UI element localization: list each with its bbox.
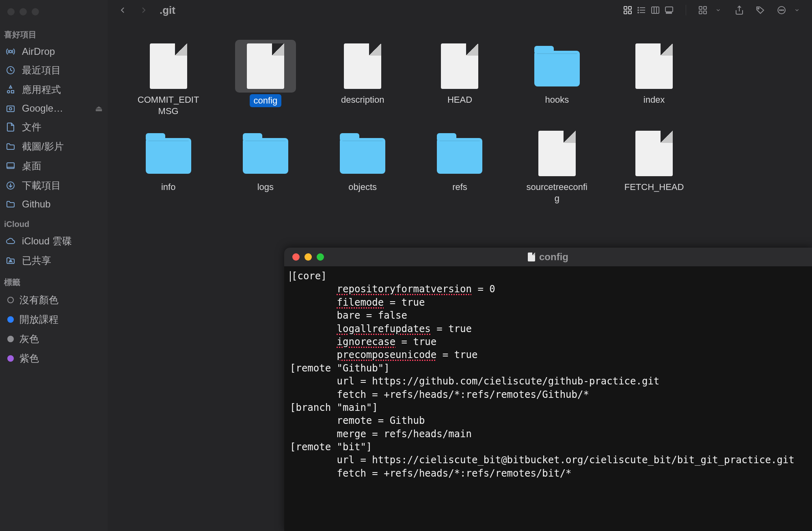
tag-item[interactable]: 開放課程 xyxy=(0,310,108,329)
file-item[interactable]: HEAD xyxy=(425,37,494,120)
sidebar-item-label: AirDrop xyxy=(22,46,55,57)
favorites-item[interactable]: 桌面 xyxy=(0,156,108,176)
icloud-item[interactable]: 已共享 xyxy=(0,251,108,270)
svg-rect-27 xyxy=(670,13,672,13)
folder-item[interactable]: hooks xyxy=(523,37,592,120)
editor-titlebar[interactable]: config xyxy=(284,248,812,266)
action-button[interactable] xyxy=(775,4,788,16)
icon-grid: COMMIT_EDITMSGconfigdescriptionHEADhooks… xyxy=(108,20,812,219)
file-icon xyxy=(635,131,673,176)
file-icon xyxy=(538,131,576,176)
favorites-item[interactable]: 截圖/影片 xyxy=(0,137,108,156)
item-label: hooks xyxy=(545,94,569,106)
favorites-item[interactable]: AirDrop xyxy=(0,43,108,60)
file-item[interactable]: sourcetreeconfig xyxy=(523,124,592,207)
svg-point-5 xyxy=(9,108,12,110)
sidebar-item-label: Google… xyxy=(22,103,63,114)
svg-rect-3 xyxy=(11,91,14,93)
sidebar-item-label: 已共享 xyxy=(22,254,51,267)
folder-icon xyxy=(5,141,16,152)
favorites-item[interactable]: Github xyxy=(0,195,108,213)
folder-item[interactable]: info xyxy=(134,124,203,207)
path-title: .git xyxy=(160,4,175,17)
file-icon xyxy=(635,43,673,89)
view-columns-button[interactable] xyxy=(648,4,662,16)
sidebar-section-icloud-title: iCloud xyxy=(0,213,108,231)
sidebar-item-label: 截圖/影片 xyxy=(22,140,64,153)
favorites-item[interactable]: 下載項目 xyxy=(0,176,108,195)
item-label: COMMIT_EDITMSG xyxy=(137,94,200,117)
tag-item[interactable]: 沒有顏色 xyxy=(0,290,108,310)
window-close-icon[interactable] xyxy=(7,8,15,15)
doc-icon xyxy=(5,121,16,133)
svg-point-19 xyxy=(638,10,639,11)
folder-item[interactable]: refs xyxy=(425,124,494,207)
group-chevron-icon[interactable] xyxy=(711,4,725,16)
folder-icon xyxy=(534,51,580,86)
view-icons-button[interactable] xyxy=(621,4,635,16)
editor-minimize-icon[interactable] xyxy=(304,253,312,261)
sidebar: 喜好項目 AirDrop最近項目應用程式Google…⏏文件截圖/影片桌面下載項… xyxy=(0,0,108,531)
favorites-item[interactable]: 應用程式 xyxy=(0,80,108,99)
gdrive-icon xyxy=(5,103,16,114)
tag-item[interactable]: 紫色 xyxy=(0,349,108,368)
group-button[interactable] xyxy=(696,4,710,16)
file-item[interactable]: COMMIT_EDITMSG xyxy=(134,37,203,120)
item-label: HEAD xyxy=(447,94,472,106)
tag-label: 開放課程 xyxy=(19,313,58,326)
file-item[interactable]: description xyxy=(328,37,397,120)
main-area: .git xyxy=(108,0,812,531)
sidebar-item-label: 應用程式 xyxy=(22,83,61,96)
file-item[interactable]: index xyxy=(620,37,689,120)
editor-zoom-icon[interactable] xyxy=(317,253,324,261)
svg-rect-30 xyxy=(699,11,702,14)
folder-item[interactable]: objects xyxy=(328,124,397,207)
tags-button[interactable] xyxy=(754,4,767,16)
editor-close-icon[interactable] xyxy=(292,253,300,261)
svg-rect-28 xyxy=(699,6,702,9)
file-icon xyxy=(528,253,535,261)
back-button[interactable] xyxy=(116,4,130,16)
tag-item[interactable]: 灰色 xyxy=(0,329,108,349)
item-label: refs xyxy=(452,181,467,193)
forward-button[interactable] xyxy=(137,4,151,16)
file-icon xyxy=(247,43,284,89)
editor-title: config xyxy=(539,251,568,263)
item-label: description xyxy=(341,94,384,106)
tag-dot-icon xyxy=(7,355,14,362)
svg-point-0 xyxy=(9,50,12,53)
item-label: config xyxy=(250,94,282,107)
icloud-item[interactable]: iCloud 雲碟 xyxy=(0,231,108,251)
window-minimize-icon[interactable] xyxy=(19,8,27,15)
svg-rect-12 xyxy=(628,6,631,9)
folder-item[interactable]: logs xyxy=(231,124,300,207)
file-item[interactable]: config xyxy=(231,37,300,120)
item-label: FETCH_HEAD xyxy=(624,181,684,193)
view-gallery-button[interactable] xyxy=(662,4,676,16)
view-list-button[interactable] xyxy=(635,4,648,16)
eject-icon[interactable]: ⏏ xyxy=(95,104,103,113)
sidebar-section-tags-title: 標籤 xyxy=(0,270,108,290)
tag-label: 紫色 xyxy=(19,352,39,365)
svg-point-36 xyxy=(781,10,782,11)
svg-point-33 xyxy=(758,8,759,9)
tag-dot-icon xyxy=(7,316,14,323)
file-item[interactable]: FETCH_HEAD xyxy=(620,124,689,207)
window-zoom-icon[interactable] xyxy=(32,8,39,15)
favorites-item[interactable]: 文件 xyxy=(0,117,108,137)
favorites-item[interactable]: 最近項目 xyxy=(0,60,108,80)
svg-rect-14 xyxy=(628,11,631,14)
folder-icon xyxy=(340,138,385,174)
tag-dot-icon xyxy=(7,336,14,342)
svg-rect-13 xyxy=(624,11,627,14)
svg-rect-11 xyxy=(624,6,627,9)
editor-content[interactable]: [core] repositoryformatversion = 0 filem… xyxy=(284,266,812,483)
svg-rect-31 xyxy=(704,11,706,14)
sidebar-item-label: 下載項目 xyxy=(22,179,61,192)
toolbar: .git xyxy=(108,0,812,20)
item-label: index xyxy=(644,94,665,106)
favorites-item[interactable]: Google…⏏ xyxy=(0,99,108,117)
share-button[interactable] xyxy=(732,4,746,16)
svg-rect-26 xyxy=(668,13,669,13)
action-chevron-icon[interactable] xyxy=(790,4,804,16)
